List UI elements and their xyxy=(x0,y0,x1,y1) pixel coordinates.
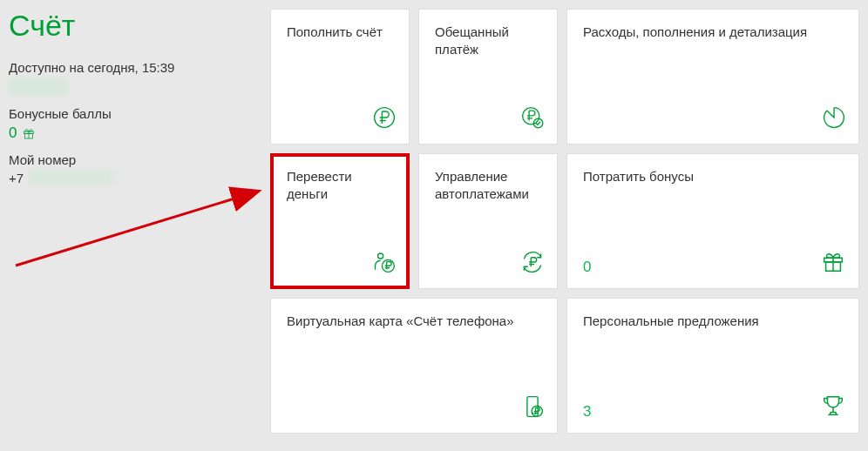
tile-title: Виртуальная карта «Счёт телефона» xyxy=(287,313,543,330)
phone-tail: 000 000 0000 xyxy=(29,171,112,185)
gift-icon xyxy=(22,126,36,140)
tiles-grid: Пополнить счёт Обещанный платёж Расходы,… xyxy=(270,0,868,451)
phone-block: Мой номер +7 000 000 0000 xyxy=(9,152,261,186)
tile-details[interactable]: Расходы, пополнения и детализация xyxy=(566,9,859,145)
tile-offers[interactable]: Персональные предложения 3 xyxy=(566,298,859,434)
available-block: Доступно на сегодня, 15:39 0000,00 ₽ xyxy=(9,60,261,96)
tile-title: Перевести деньги xyxy=(287,168,395,204)
gift-icon xyxy=(820,248,846,278)
tile-transfer[interactable]: Перевести деньги xyxy=(270,153,410,289)
tile-promised-payment[interactable]: Обещанный платёж xyxy=(418,9,558,145)
phone-prefix: +7 xyxy=(9,171,24,185)
phone-card-icon xyxy=(520,394,545,422)
ruble-icon xyxy=(372,105,397,133)
tile-virtual-card[interactable]: Виртуальная карта «Счёт телефона» xyxy=(270,298,558,434)
pie-chart-icon xyxy=(822,105,846,133)
tile-title: Обещанный платёж xyxy=(435,24,543,59)
transfer-icon xyxy=(372,250,397,278)
tile-spend-bonus[interactable]: Потратить бонусы 0 xyxy=(566,153,859,289)
phone-label: Мой номер xyxy=(9,152,261,167)
available-value: 0000,00 ₽ xyxy=(9,78,68,96)
tile-value: 0 xyxy=(583,259,591,276)
page-title: Счёт xyxy=(9,9,261,43)
trophy-icon xyxy=(820,393,846,422)
account-sidebar: Счёт Доступно на сегодня, 15:39 0000,00 … xyxy=(0,0,270,451)
tile-title: Пополнить счёт xyxy=(287,24,395,41)
tile-title: Персональные предложения xyxy=(583,313,844,330)
tile-title: Управление автоплатежами xyxy=(435,168,543,204)
tile-title: Расходы, пополнения и детализация xyxy=(583,24,844,41)
tile-value: 3 xyxy=(583,403,591,421)
tile-autopay[interactable]: Управление автоплатежами xyxy=(418,153,558,289)
ruble-check-icon xyxy=(520,105,545,133)
autopay-icon xyxy=(520,250,545,278)
tile-topup[interactable]: Пополнить счёт xyxy=(270,9,410,145)
available-label: Доступно на сегодня, 15:39 xyxy=(9,60,261,75)
bonus-value: 0 xyxy=(9,125,17,142)
bonus-label: Бонусные баллы xyxy=(9,106,261,121)
bonus-block: Бонусные баллы 0 xyxy=(9,106,261,142)
tile-title: Потратить бонусы xyxy=(583,168,844,185)
